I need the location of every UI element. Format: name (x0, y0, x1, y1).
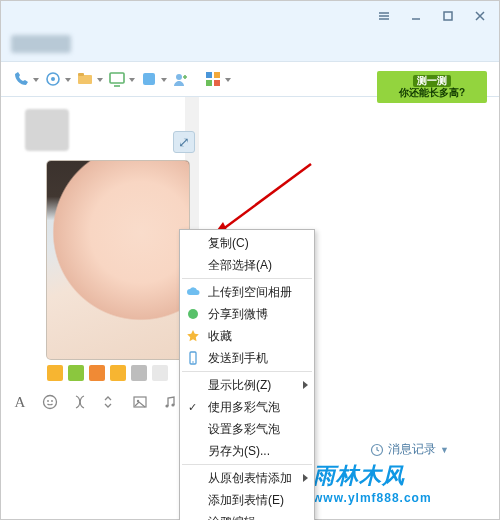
menu-use-bubble[interactable]: 使用多彩气泡 (180, 396, 314, 418)
submenu-arrow-icon (303, 381, 308, 389)
session-info-bar (1, 31, 499, 61)
emoji-btn-6[interactable] (152, 365, 168, 381)
menu-share-weibo[interactable]: 分享到微博 (180, 303, 314, 325)
svg-rect-3 (78, 75, 92, 84)
menu-zoom-ratio[interactable]: 显示比例(Z) (180, 374, 314, 396)
emoji-btn-3[interactable] (89, 365, 105, 381)
menu-separator (182, 278, 312, 279)
star-icon (185, 328, 201, 344)
menu-add-emoticon[interactable]: 添加到表情(E) (180, 489, 314, 511)
apps-icon[interactable] (203, 69, 223, 89)
watermark-brand: 雨林木风 (313, 461, 432, 491)
menu-favorite[interactable]: 收藏 (180, 325, 314, 347)
menu-send-phone[interactable]: 发送到手机 (180, 347, 314, 369)
menu-save-as[interactable]: 另存为(S)... (180, 440, 314, 462)
font-icon[interactable]: A (11, 393, 29, 411)
voice-call-icon[interactable] (11, 69, 31, 89)
menu-doodle-edit[interactable]: 涂鸦编辑 (180, 511, 314, 520)
svg-rect-4 (78, 73, 84, 76)
svg-rect-9 (214, 72, 220, 78)
menu-set-bubble[interactable]: 设置多彩气泡 (180, 418, 314, 440)
svg-point-2 (51, 77, 55, 81)
emoji-btn-5[interactable] (131, 365, 147, 381)
titlebar (1, 1, 499, 31)
remote-control-icon[interactable] (139, 69, 159, 89)
svg-rect-8 (206, 72, 212, 78)
music-icon[interactable] (161, 393, 179, 411)
ad-banner[interactable]: 测一测 你还能长多高? (377, 71, 487, 103)
ad-line1: 测一测 (413, 75, 451, 87)
chevron-down-icon: ▼ (440, 445, 449, 455)
svg-line-23 (211, 164, 311, 238)
emoji-toolbar (47, 365, 168, 381)
menu-add-from-sticker[interactable]: 从原创表情添加 (180, 467, 314, 489)
svg-point-7 (176, 74, 182, 80)
file-transfer-icon[interactable] (75, 69, 95, 89)
small-message-bubble (25, 109, 69, 151)
video-call-icon[interactable] (43, 69, 63, 89)
menu-copy[interactable]: 复制(C) (180, 232, 314, 254)
svg-rect-10 (206, 80, 212, 86)
menu-select-all[interactable]: 全部选择(A) (180, 254, 314, 276)
baby-photo (47, 161, 189, 359)
share-screen-icon[interactable] (107, 69, 127, 89)
svg-point-13 (47, 400, 49, 402)
emoji-btn-2[interactable] (68, 365, 84, 381)
add-contact-icon[interactable] (171, 69, 191, 89)
message-history-button[interactable]: 消息记录 ▼ (370, 441, 449, 458)
watermark-url: www.ylmf888.com (313, 491, 432, 505)
image-icon[interactable] (131, 393, 149, 411)
history-label: 消息记录 (388, 441, 436, 458)
close-button[interactable] (465, 3, 495, 29)
emoji-face-icon[interactable] (41, 393, 59, 411)
minimize-button[interactable] (401, 3, 431, 29)
svg-point-18 (171, 403, 174, 406)
emoji-btn-1[interactable] (47, 365, 63, 381)
svg-rect-5 (110, 73, 124, 83)
svg-point-22 (192, 361, 194, 363)
menu-upload-album[interactable]: 上传到空间相册 (180, 281, 314, 303)
image-context-menu: 复制(C) 全部选择(A) 上传到空间相册 分享到微博 收藏 发送到手机 显示比… (179, 229, 315, 520)
avatar-name-blur (11, 35, 71, 53)
emoji-btn-4[interactable] (110, 365, 126, 381)
menu-button[interactable] (369, 3, 399, 29)
screenshot-icon[interactable] (101, 393, 119, 411)
svg-point-20 (188, 309, 198, 319)
submenu-arrow-icon (303, 474, 308, 482)
cloud-icon (185, 284, 201, 300)
expand-icon[interactable]: ⤢ (173, 131, 195, 153)
image-message[interactable] (47, 161, 189, 359)
phone-icon (185, 350, 201, 366)
svg-rect-0 (444, 12, 452, 20)
maximize-button[interactable] (433, 3, 463, 29)
gif-icon[interactable] (71, 393, 89, 411)
svg-point-14 (51, 400, 53, 402)
svg-point-12 (44, 396, 57, 409)
svg-rect-6 (143, 73, 155, 85)
menu-separator (182, 464, 312, 465)
chat-window: 测一测 你还能长多高? ⤢ A ⋯ 0:52:35 消息记录 ▼ 复制(C) 全… (0, 0, 500, 520)
ad-line2: 你还能长多高? (399, 87, 465, 99)
share-icon (185, 306, 201, 322)
menu-separator (182, 371, 312, 372)
svg-point-17 (165, 404, 168, 407)
svg-rect-11 (214, 80, 220, 86)
clock-icon (370, 443, 384, 457)
